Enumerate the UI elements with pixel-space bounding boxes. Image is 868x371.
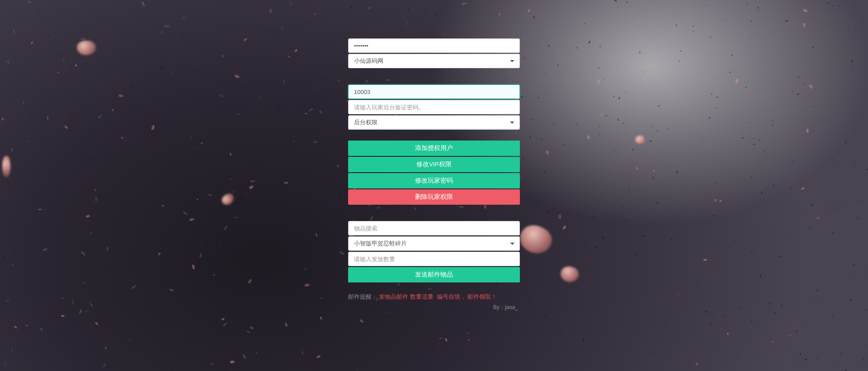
footer-warn-1: 发物品邮件 — [379, 294, 408, 300]
delete-permission-button[interactable]: 删除玩家权限 — [348, 189, 520, 205]
item-select[interactable]: 小智版甲贺忍蛙碎片 — [348, 236, 520, 251]
quantity-input[interactable] — [348, 252, 520, 266]
footer-warn-4: 邮件领取！ — [467, 294, 497, 300]
player-id-input[interactable] — [348, 85, 520, 99]
permission-select[interactable]: 后台权限 — [348, 115, 520, 130]
server-select[interactable]: 小仙源码网 — [348, 54, 520, 68]
admin-password-input[interactable] — [348, 38, 520, 53]
modify-vip-button[interactable]: 修改VIP权限 — [348, 157, 520, 172]
item-search-input[interactable] — [348, 221, 520, 235]
player-perm-card: 后台权限 添加授权用户 修改VIP权限 修改玩家密码 删除玩家权限 — [348, 85, 520, 205]
auth-card: 小仙源码网 — [348, 38, 520, 68]
add-auth-user-button[interactable]: 添加授权用户 — [348, 141, 520, 156]
footer-credit: By：jaoa_ — [348, 304, 520, 311]
mail-item-card: 小智版甲贺忍蛙碎片 发送邮件物品 — [348, 221, 520, 282]
footer-warn-2: 数量适量 — [410, 294, 434, 300]
verify-password-input[interactable] — [348, 100, 520, 114]
send-mail-item-button[interactable]: 发送邮件物品 — [348, 267, 520, 282]
footer-warn-3: 编号自填， — [437, 294, 466, 300]
footer-reminder: 邮件提醒： 发物品邮件 数量适量 编号自填， 邮件领取！ — [348, 293, 520, 301]
modify-password-button[interactable]: 修改玩家密码 — [348, 173, 520, 188]
footer-label: 邮件提醒： — [348, 294, 377, 300]
